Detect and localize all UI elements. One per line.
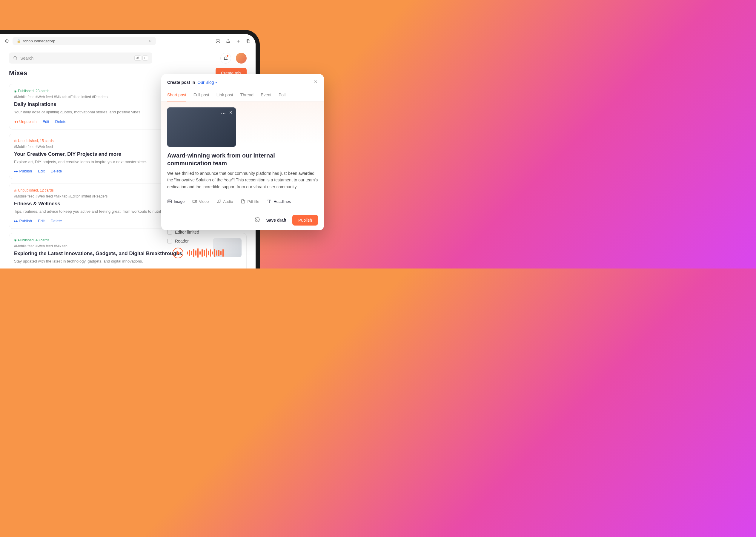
image-icon xyxy=(167,199,172,204)
avatar[interactable] xyxy=(236,53,246,63)
kbd-hint: ⌘ F xyxy=(134,56,148,61)
unpublish-button[interactable]: ◂◂ Unpublish xyxy=(14,119,36,124)
blog-selector[interactable]: Our Blog xyxy=(198,80,217,85)
svg-point-2 xyxy=(14,57,17,59)
svg-rect-1 xyxy=(247,40,250,43)
close-button[interactable] xyxy=(313,79,318,85)
plus-icon[interactable] xyxy=(236,39,241,44)
modal-tabs: Short postFull postLink postThreadEventP… xyxy=(161,90,324,102)
image-remove-icon[interactable] xyxy=(229,110,233,116)
tab-short-post[interactable]: Short post xyxy=(167,90,186,102)
checkbox-icon xyxy=(167,230,172,234)
shield-icon xyxy=(5,39,9,44)
checkbox-icon xyxy=(167,239,172,243)
browser-bar: 🔒 tchop.io/megacorp ↻ xyxy=(0,34,255,48)
share-icon[interactable] xyxy=(226,39,231,44)
notification-button[interactable] xyxy=(220,53,231,63)
post-title[interactable]: Award-winning work from our internal com… xyxy=(167,151,318,167)
media-headlines[interactable]: Headlines xyxy=(267,199,291,204)
search-placeholder: Search xyxy=(20,56,134,61)
app-header: Search ⌘ F xyxy=(0,48,255,68)
unpublish-button[interactable]: ◂◂ Unpublish xyxy=(14,268,36,268)
media-bar: Image Video Audio Pdf file Headlines xyxy=(167,197,318,204)
edit-button[interactable]: Edit xyxy=(42,119,49,124)
audio-player[interactable] xyxy=(173,248,224,258)
delete-button[interactable]: Delete xyxy=(51,219,62,223)
modal-body: ⋯ Award-winning work from our internal c… xyxy=(161,102,324,210)
headlines-icon xyxy=(267,199,272,204)
save-draft-button[interactable]: Save draft xyxy=(266,218,286,223)
edit-button[interactable]: Edit xyxy=(38,219,44,223)
delete-button[interactable]: Delete xyxy=(55,119,67,124)
gear-icon xyxy=(255,217,260,222)
publish-button[interactable]: ▸▸ Publish xyxy=(14,219,32,223)
waveform xyxy=(187,248,224,258)
audio-icon xyxy=(216,199,221,204)
permission-checks: Editor limited Reader xyxy=(167,230,199,243)
settings-button[interactable] xyxy=(255,217,260,224)
modal-footer: Save draft Publish xyxy=(161,210,324,230)
download-icon[interactable] xyxy=(216,39,220,44)
mix-description: Stay updated with the latest in technolo… xyxy=(14,258,208,264)
post-body[interactable]: We are thrilled to announce that our com… xyxy=(167,170,318,190)
more-icon[interactable]: ⋯ xyxy=(203,268,208,268)
media-image[interactable]: Image xyxy=(167,199,185,204)
image-more-icon[interactable]: ⋯ xyxy=(221,110,226,116)
publish-button[interactable]: ▸▸ Publish xyxy=(14,169,32,173)
notification-dot xyxy=(227,55,228,57)
search-input[interactable]: Search ⌘ F xyxy=(9,53,152,63)
video-icon xyxy=(192,199,197,204)
page-title: Mixes xyxy=(9,69,27,77)
play-button[interactable] xyxy=(173,248,183,258)
tab-thread[interactable]: Thread xyxy=(240,90,253,101)
url-text: tchop.io/megacorp xyxy=(23,39,55,43)
modal-header: Create post in Our Blog xyxy=(161,74,324,90)
lock-icon: 🔒 xyxy=(17,39,21,43)
edit-button[interactable]: Edit xyxy=(38,169,44,173)
media-audio[interactable]: Audio xyxy=(216,199,233,204)
refresh-icon[interactable]: ↻ xyxy=(149,39,152,43)
edit-button[interactable]: Edit xyxy=(42,268,49,268)
create-post-modal: Create post in Our Blog Short postFull p… xyxy=(161,74,324,230)
tab-link-post[interactable]: Link post xyxy=(216,90,233,101)
svg-point-6 xyxy=(217,202,218,203)
svg-rect-3 xyxy=(168,200,171,203)
tab-poll[interactable]: Poll xyxy=(279,90,286,101)
delete-button[interactable]: Delete xyxy=(51,169,62,173)
browser-actions xyxy=(216,39,251,44)
svg-point-8 xyxy=(257,219,258,221)
url-bar[interactable]: 🔒 tchop.io/megacorp ↻ xyxy=(13,37,156,45)
tabs-icon[interactable] xyxy=(246,39,251,44)
tab-event[interactable]: Event xyxy=(261,90,271,101)
media-pdf[interactable]: Pdf file xyxy=(241,199,259,204)
publish-button[interactable]: Publish xyxy=(292,215,318,226)
check-editor[interactable]: Editor limited xyxy=(167,230,199,234)
chevron-down-icon xyxy=(215,81,218,84)
delete-button[interactable]: Delete xyxy=(55,268,67,268)
close-icon xyxy=(313,79,318,84)
modal-title: Create post in Our Blog xyxy=(167,80,218,85)
search-icon xyxy=(13,56,18,61)
svg-rect-5 xyxy=(193,200,195,203)
post-image[interactable]: ⋯ xyxy=(167,107,236,147)
pdf-icon xyxy=(241,199,245,204)
tab-full-post[interactable]: Full post xyxy=(194,90,209,101)
mix-actions: ◂◂ Unpublish Edit Delete ⋯ xyxy=(14,268,208,268)
check-reader[interactable]: Reader xyxy=(167,239,199,243)
media-video[interactable]: Video xyxy=(192,199,209,204)
svg-point-7 xyxy=(219,202,220,203)
